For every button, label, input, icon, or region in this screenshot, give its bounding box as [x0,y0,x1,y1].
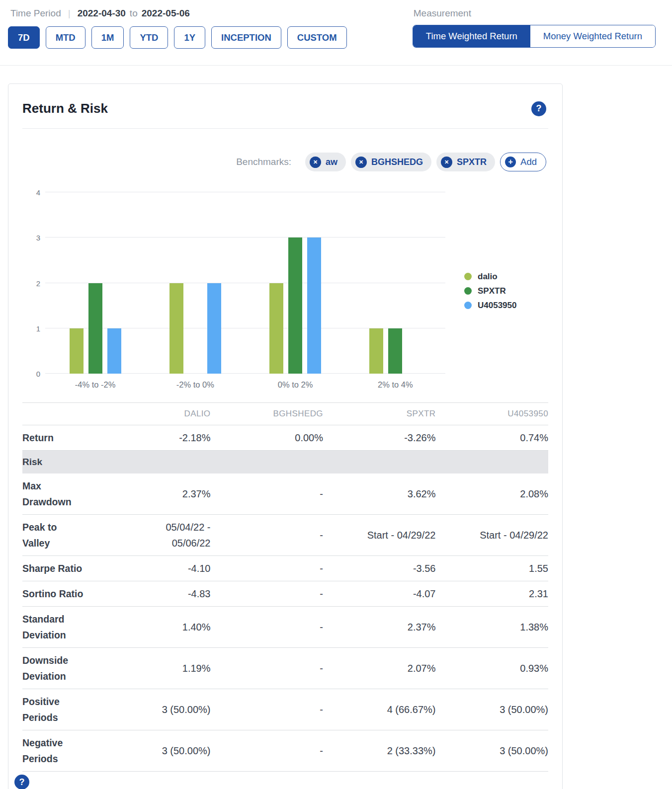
measurement-label: Measurement [414,8,471,19]
table-row-negative-periods: Negative Periods3 (50.00%)-2 (33.33%)3 (… [22,730,548,772]
row-label: Max Drawdown [22,478,98,510]
bar-chart-plot: 01234 [45,192,445,374]
card-divider [22,128,548,129]
row-label: Negative Periods [22,735,98,767]
x-axis-label: 2% to 4% [345,380,445,390]
remove-benchmark-icon[interactable]: ✕ [355,157,367,168]
legend-dot [464,302,472,309]
cell-value: 3 (50.00%) [436,702,549,717]
date-separator: to [130,8,138,19]
card-title: Return & Risk [22,101,108,116]
table-row-return: Return-2.18%0.00%-3.26%0.74% [22,425,548,451]
table-header-row: DALIOBGHSHEDGSPXTRU4053950 [22,402,548,425]
footnote-info-icon[interactable]: ? [14,775,29,789]
period-button-inception[interactable]: INCEPTION [211,26,281,49]
top-bar: Time Period | 2022-04-30 to 2022-05-06 7… [0,0,672,49]
table-row-positive-periods: Positive Periods3 (50.00%)-4 (66.67%)3 (… [22,689,548,730]
help-icon[interactable]: ? [531,101,546,116]
y-axis-tick: 3 [30,234,40,242]
time-period-section: Time Period | 2022-04-30 to 2022-05-06 7… [8,8,347,49]
cell-value: 05/04/22 - 05/06/22 [98,519,211,551]
period-button-custom[interactable]: CUSTOM [287,26,347,49]
page-divider [0,65,672,66]
bar-dalio [369,328,383,374]
benchmark-chip-label: BGHSHEDG [371,157,423,167]
date-end: 2022-05-06 [142,8,190,19]
table-row-sortino-ratio: Sortino Ratio-4.83--4.072.31 [22,581,548,607]
cell-value: 3 (50.00%) [436,743,549,759]
benchmark-chip-bghshedg[interactable]: ✕BGHSHEDG [351,153,431,171]
measurement-option-money-weighted-return[interactable]: Money Weighted Return [530,25,655,47]
cell-value: 2.37% [323,619,436,635]
cell-value: -2.18% [98,430,211,446]
cell-value: 2.07% [323,660,436,676]
y-axis-tick: 4 [30,188,40,197]
cell-value: 3 (50.00%) [98,743,211,759]
remove-benchmark-icon[interactable]: ✕ [310,157,321,168]
benchmark-chip-label: SPXTR [457,157,487,167]
row-label: Sharpe Ratio [22,560,98,576]
return-risk-card: Return & Risk ? Benchmarks: ✕aw✕BGHSHEDG… [8,83,563,789]
bar-spxtr [88,283,102,374]
legend-item-spxtr: SPXTR [464,286,516,296]
bar-dalio [169,283,183,374]
cell-value: 1.40% [98,619,211,635]
table-section-risk: Risk [22,451,548,473]
period-button-mtd[interactable]: MTD [46,26,85,49]
cell-value: -4.83 [98,586,211,602]
benchmark-chips: ✕aw✕BGHSHEDG✕SPXTR [305,153,495,171]
period-button-7d[interactable]: 7D [8,26,40,49]
cell-value: - [211,743,324,759]
bar-dalio [269,283,283,374]
legend-dot [464,287,472,295]
table-row-standard-deviation: Standard Deviation1.40%-2.37%1.38% [22,607,548,648]
add-benchmark-button[interactable]: + Add [500,153,546,171]
cell-value: 1.38% [436,619,549,635]
benchmark-chip-aw[interactable]: ✕aw [305,153,346,171]
date-range: 2022-04-30 to 2022-05-06 [78,8,190,19]
bar-group-2-to-4 [345,192,445,374]
cell-value: Start - 04/29/22 [323,527,436,543]
column-header-bghshedg: BGHSHEDG [211,409,324,419]
row-label: Downside Deviation [22,652,98,684]
measurement-option-time-weighted-return[interactable]: Time Weighted Return [413,25,530,47]
cell-value: - [211,486,324,502]
cell-value: - [211,660,324,676]
benchmarks-label: Benchmarks: [236,157,291,167]
benchmark-chip-spxtr[interactable]: ✕SPXTR [436,153,495,171]
cell-value: 3.62% [323,486,436,502]
benchmarks-row: Benchmarks: ✕aw✕BGHSHEDG✕SPXTR + Add [8,153,546,171]
cell-value: -4.10 [98,560,211,576]
period-button-1m[interactable]: 1M [91,26,124,49]
column-header-u4053950: U4053950 [436,409,549,419]
time-period-label: Time Period [10,8,61,19]
legend-item-dalio: dalio [464,272,516,282]
table-row-downside-deviation: Downside Deviation1.19%-2.07%0.93% [22,648,548,689]
cell-value: 2.31 [436,586,549,602]
cell-value: 0.00% [211,430,324,446]
bar-u4053950 [107,328,121,374]
cell-value: 1.55 [436,560,549,576]
remove-benchmark-icon[interactable]: ✕ [441,157,452,168]
table-row-sharpe-ratio: Sharpe Ratio-4.10--3.561.55 [22,556,548,581]
row-label: Positive Periods [22,694,98,725]
add-benchmark-label: Add [520,157,537,167]
legend-dot [464,273,472,280]
table-row-peak-to-valley: Peak to Valley05/04/22 - 05/06/22-Start … [22,515,548,556]
bar-group-2-to-0 [145,192,245,374]
x-axis-label: -4% to -2% [45,380,145,390]
x-axis-label: 0% to 2% [246,380,345,390]
row-label: Sortino Ratio [22,586,98,602]
period-button-ytd[interactable]: YTD [130,26,168,49]
column-header-dalio: DALIO [98,409,211,419]
y-axis-tick: 2 [30,279,40,287]
benchmark-chip-label: aw [326,157,337,167]
bar-chart: 01234 -4% to -2%-2% to 0%0% to 2%2% to 4… [45,192,445,390]
cell-value: -3.56 [323,560,436,576]
cell-value: 0.74% [436,430,549,446]
period-button-1y[interactable]: 1Y [174,26,205,49]
cell-value: - [211,586,324,602]
bar-groups [45,192,445,374]
legend-label: U4053950 [478,301,516,311]
section-label: Risk [22,454,98,470]
